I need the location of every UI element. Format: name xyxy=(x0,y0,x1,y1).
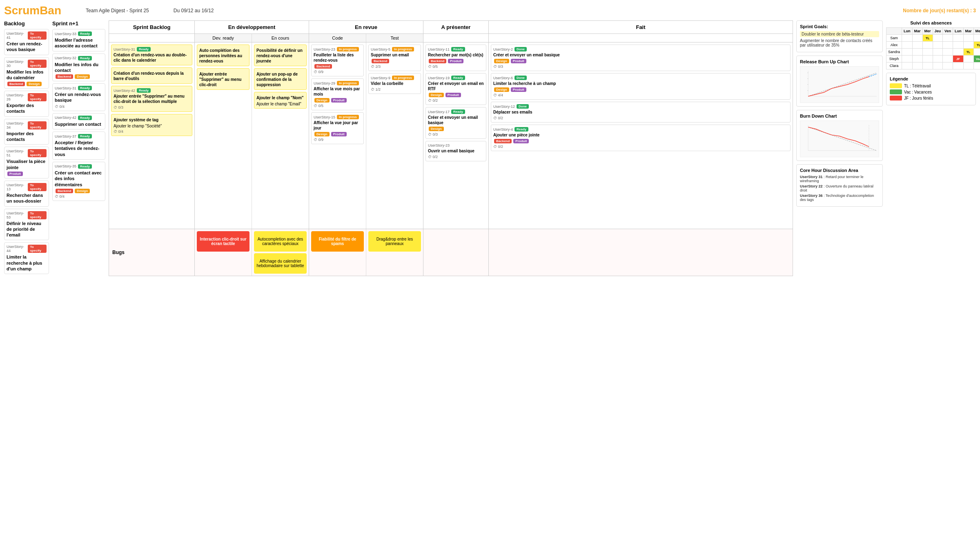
list-item: UserStory-42 Ready Supprimer un contact xyxy=(52,113,105,129)
absence-cell xyxy=(912,35,922,42)
absence-cell xyxy=(933,42,943,49)
legend-box: Légende TL : Télétravail Vac : Vacances … xyxy=(886,73,976,105)
table-row: Steph JF Vac Vac xyxy=(886,56,980,62)
status-badge: Produit xyxy=(331,98,347,103)
board-headers: Sprint Backlog En développement En revue… xyxy=(109,21,793,34)
story-id: UserStory-9 xyxy=(371,76,390,80)
list-item: UserStory-12 Done Déplacer ses emails ⏱ … xyxy=(491,102,791,123)
right-top-right: Suivi des absences Lun Mar Mer Jeu Ven xyxy=(886,20,976,210)
card-title: Ajouter système de tag xyxy=(114,117,190,123)
card-title: Rechercher par mot(s) clé(s) xyxy=(428,52,484,58)
status-badge: Ready xyxy=(514,127,528,132)
bugs-label: Bugs xyxy=(109,229,195,276)
story-id: UserStory-51 xyxy=(7,149,26,157)
status-badge: Ready xyxy=(78,86,92,90)
bug-dev-ready: Interaction clic-droit sur écran tactile xyxy=(195,229,252,276)
list-item: Ajouter entrée "Supprimer" au menu clic-… xyxy=(197,68,249,90)
list-item: UserStory-17 Ready Créer et envoyer un e… xyxy=(425,107,486,139)
story-title: Supprimer un contact xyxy=(55,121,103,127)
story-id: UserStory-4 xyxy=(493,127,513,132)
fait-content: UserStory-2 Done Créer et envoyer un ema… xyxy=(489,42,793,229)
svg-line-9 xyxy=(808,127,877,151)
col-header: Ven xyxy=(943,28,953,35)
absence-cell: JF xyxy=(953,56,964,62)
status-badge: Design xyxy=(429,93,444,97)
list-item: UserStory-5 In progress Supprimer un ema… xyxy=(368,45,421,71)
list-item: UserStory-35 Ready Créer un contact avec… xyxy=(52,162,105,201)
list-item: UserStory-23 In progress Feuilleter la l… xyxy=(311,45,364,76)
backlog-title: Backlog xyxy=(4,20,49,27)
absence-cell: Vac xyxy=(973,56,980,62)
card-title: Afficher la vue jour par jour xyxy=(314,120,361,131)
absence-cell xyxy=(963,42,973,49)
legend-label: TL : Télétravail xyxy=(904,84,931,88)
absence-cell xyxy=(933,56,943,62)
burn-up-title: Release Burn Up Chart xyxy=(800,59,879,64)
card-title: Limiter la recherche à un champ xyxy=(493,81,788,86)
team-member: Sam xyxy=(886,35,902,42)
status-badge: Produit xyxy=(445,93,461,97)
status-badge: Design xyxy=(314,132,330,136)
story-id: UserStory-32 xyxy=(55,56,76,60)
bug-test: Drag&drop entre les panneaux xyxy=(366,229,423,276)
test-header: Test xyxy=(366,34,423,42)
list-item: UserStory-2 Done Créer et envoyer un ema… xyxy=(491,45,791,71)
legend-label: Vac : Vacances xyxy=(904,90,932,94)
absence-cell xyxy=(943,49,953,56)
fait-sub xyxy=(489,34,793,42)
sprint-n1-title: Sprint n+1 xyxy=(52,20,105,27)
team-member: Sandra xyxy=(886,49,902,56)
absence-cell xyxy=(902,42,913,49)
status-badge: Ready xyxy=(78,164,92,169)
bug-en-cours: Autocompletion avec des caractères spéci… xyxy=(252,229,309,276)
story-id: UserStory-41 xyxy=(7,31,26,40)
story-id: UserStory-35 xyxy=(55,164,76,168)
list-item: Ajouter système de tag Ajouter le champ … xyxy=(111,114,192,136)
core-item: UserStory 22 : Ouverture du panneau laté… xyxy=(800,184,879,192)
card-title: Auto complétion des personnes invitées a… xyxy=(199,48,247,64)
list-item: Autocompletion avec des caractères spéci… xyxy=(254,231,307,252)
card-title: Ajouter entrée "Supprimer" au menu clic-… xyxy=(114,94,190,104)
legend-item: TL : Télétravail xyxy=(890,83,972,88)
list-item: UserStory-9 In progress Vider la corbeil… xyxy=(368,73,421,94)
burn-down-svg xyxy=(800,121,879,157)
status-badge: Produit xyxy=(511,87,526,92)
card-title: Création d'un rendez-vous depuis la barr… xyxy=(114,71,190,81)
card-title: Vider la corbeille xyxy=(371,81,419,86)
story-title: Définir le niveau de priorité de l'email xyxy=(7,221,47,238)
board-content: UserStory-31 Ready Création d'un rendez-… xyxy=(109,42,793,229)
card-title: Créer et envoyer un email en RTF xyxy=(428,81,484,91)
goal-item: Augmenter le nombre de contacts créés pa… xyxy=(800,38,879,47)
story-id: UserStory-19 xyxy=(428,76,450,80)
list-item: UserStory-19 Ready Créer et envoyer un e… xyxy=(425,73,486,105)
absence-cell xyxy=(902,56,913,62)
col-header: Jeu xyxy=(933,28,943,35)
status-badge: Ready xyxy=(78,31,92,36)
list-item: Affichage du calendrier hebdomadaire sur… xyxy=(254,253,307,274)
status-badge: Backend xyxy=(429,59,446,63)
absence-cell xyxy=(943,35,953,42)
absences-table: Suivi des absences Lun Mar Mer Jeu Ven xyxy=(886,20,976,69)
status-badge: To specify xyxy=(28,149,47,157)
status-badge: Design xyxy=(314,98,330,103)
list-item: UserStory-29 In progress Afficher la vue… xyxy=(311,78,364,110)
card-title: Ajouter une pièce jointe xyxy=(493,132,788,138)
story-title: Limiter la recherche à plus d'un champ xyxy=(7,254,47,272)
header: ScrumBan Team Agile Digest - Sprint 25 D… xyxy=(4,4,976,17)
absence-cell xyxy=(912,56,922,62)
absence-cell xyxy=(922,49,933,56)
list-item: UserStory-23 Ouvrir un email basique ⏱ 0… xyxy=(425,141,486,161)
status-badge: To specify xyxy=(28,60,47,68)
en-revue-header: En revue xyxy=(309,21,423,33)
absence-cell xyxy=(933,49,943,56)
status-badge: To specify xyxy=(28,93,47,101)
status-badge: Backend xyxy=(314,64,332,69)
col-header: Mar xyxy=(963,28,973,35)
en-cours-header: En cours xyxy=(252,34,309,42)
status-badge: Produit xyxy=(511,59,526,63)
absence-cell xyxy=(912,49,922,56)
absences-title: Suivi des absences xyxy=(886,20,976,25)
sprint-backlog-content: UserStory-31 Ready Création d'un rendez-… xyxy=(109,42,195,229)
status-badge: Backend xyxy=(7,82,25,86)
core-item: UserStory 31 : Retard pour terminer le w… xyxy=(800,175,879,183)
